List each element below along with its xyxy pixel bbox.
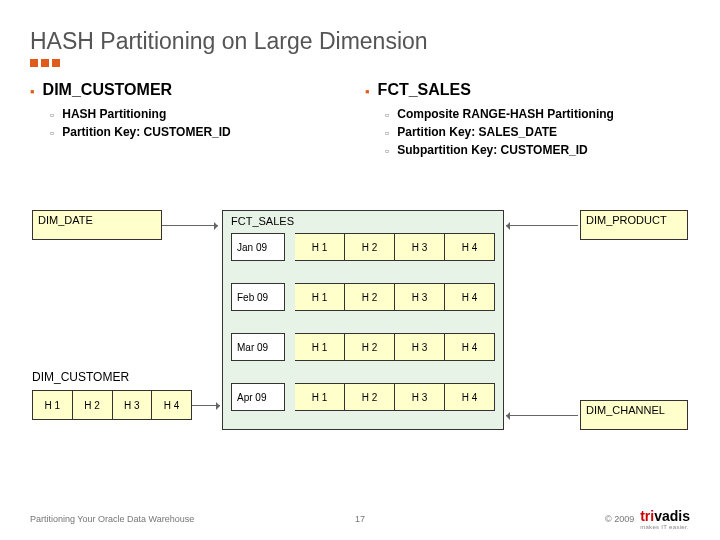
dim-product-box: DIM_PRODUCT	[580, 210, 688, 240]
sub-pk-customer: Partition Key: CUSTOMER_ID	[50, 125, 355, 141]
apr-h2: H 2	[345, 383, 395, 411]
dim-cust-h1: H 1	[33, 391, 73, 419]
jan-h1: H 1	[295, 233, 345, 261]
mar-h2: H 2	[345, 333, 395, 361]
month-mar: Mar 09	[231, 333, 285, 361]
fct-row-feb: Feb 09 H 1 H 2 H 3 H 4	[231, 283, 495, 311]
fct-title: FCT_SALES	[231, 215, 495, 227]
dim-date-box: DIM_DATE	[32, 210, 162, 240]
col-right: FCT_SALES Composite RANGE-HASH Partition…	[365, 81, 690, 161]
apr-h1: H 1	[295, 383, 345, 411]
copyright: © 2009	[605, 514, 634, 524]
jan-h2: H 2	[345, 233, 395, 261]
accent-dots	[30, 59, 690, 67]
conn-fct-product	[506, 225, 578, 226]
sub-composite: Composite RANGE-HASH Partitioning	[385, 107, 690, 123]
footer: Partitioning Your Oracle Data Warehouse …	[30, 508, 690, 530]
month-apr: Apr 09	[231, 383, 285, 411]
apr-h4: H 4	[445, 383, 495, 411]
jan-h4: H 4	[445, 233, 495, 261]
dim-cust-h3: H 3	[113, 391, 153, 419]
trivadis-logo: trivadis makes IT easier.	[640, 508, 690, 530]
feb-h3: H 3	[395, 283, 445, 311]
jan-h3: H 3	[395, 233, 445, 261]
fct-sales-box: FCT_SALES Jan 09 H 1 H 2 H 3 H 4 Feb 09 …	[222, 210, 504, 430]
mar-h1: H 1	[295, 333, 345, 361]
col-left: DIM_CUSTOMER HASH Partitioning Partition…	[30, 81, 355, 161]
slide-title: HASH Partitioning on Large Dimension	[30, 28, 690, 55]
feb-h1: H 1	[295, 283, 345, 311]
fct-row-mar: Mar 09 H 1 H 2 H 3 H 4	[231, 333, 495, 361]
dim-cust-h4: H 4	[152, 391, 191, 419]
dim-customer-box: H 1 H 2 H 3 H 4	[32, 390, 192, 420]
month-jan: Jan 09	[231, 233, 285, 261]
mar-h3: H 3	[395, 333, 445, 361]
sub-spk-customer: Subpartition Key: CUSTOMER_ID	[385, 143, 690, 159]
conn-fct-channel	[506, 415, 578, 416]
heading-fct-sales: FCT_SALES	[365, 81, 690, 103]
mar-h4: H 4	[445, 333, 495, 361]
page-number: 17	[355, 514, 365, 524]
fct-row-apr: Apr 09 H 1 H 2 H 3 H 4	[231, 383, 495, 411]
sub-hash-part: HASH Partitioning	[50, 107, 355, 123]
heading-dim-customer: DIM_CUSTOMER	[30, 81, 355, 103]
conn-cust-fct	[192, 405, 220, 406]
feb-h4: H 4	[445, 283, 495, 311]
sub-pk-salesdate: Partition Key: SALES_DATE	[385, 125, 690, 141]
feb-h2: H 2	[345, 283, 395, 311]
dim-customer-label: DIM_CUSTOMER	[32, 370, 129, 384]
dim-cust-h2: H 2	[73, 391, 113, 419]
fct-row-jan: Jan 09 H 1 H 2 H 3 H 4	[231, 233, 495, 261]
footer-left: Partitioning Your Oracle Data Warehouse	[30, 514, 194, 524]
conn-date-fct	[162, 225, 218, 226]
apr-h3: H 3	[395, 383, 445, 411]
month-feb: Feb 09	[231, 283, 285, 311]
dim-channel-box: DIM_CHANNEL	[580, 400, 688, 430]
diagram: DIM_DATE DIM_PRODUCT DIM_CHANNEL DIM_CUS…	[0, 210, 720, 460]
